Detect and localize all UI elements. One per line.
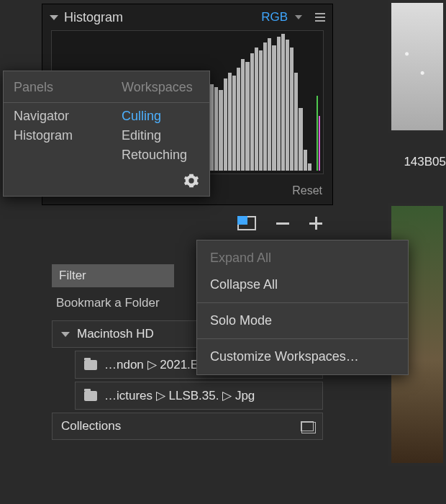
volume-label: Macintosh HD: [77, 327, 154, 341]
histogram-bar: [294, 73, 298, 171]
histogram-bar: [277, 37, 281, 171]
histogram-reset-button[interactable]: Reset: [292, 184, 322, 197]
menu-item-expand-all: Expand All: [197, 245, 408, 271]
disclosure-triangle-icon[interactable]: [50, 15, 58, 20]
histogram-bar: [232, 76, 236, 171]
workspace-item-editing[interactable]: Editing: [122, 128, 187, 143]
histogram-bar: [219, 90, 222, 171]
histogram-bar: [272, 45, 276, 171]
menu-item-collapse-all[interactable]: Collapse All: [197, 271, 408, 298]
folder-path-label: …ictures ▷ LLSB.35. ▷ Jpg: [104, 388, 255, 403]
histogram-bar: [228, 73, 232, 171]
popover-header: Panels Workspaces: [4, 71, 209, 103]
collapse-all-icon[interactable]: [276, 222, 289, 225]
histogram-bar: [224, 78, 227, 171]
collections-label: Collections: [61, 419, 121, 433]
folder-row[interactable]: …ictures ▷ LLSB.35. ▷ Jpg: [75, 382, 323, 410]
histogram-bar: [286, 40, 289, 171]
magenta-clip-indicator: [319, 116, 320, 171]
menu-item-customize-workspaces[interactable]: Customize Workspaces…: [197, 343, 408, 370]
collections-row[interactable]: Collections: [52, 413, 323, 440]
histogram-bar: [250, 53, 254, 171]
gear-icon[interactable]: [183, 173, 199, 189]
panel-item-histogram[interactable]: Histogram: [14, 128, 101, 143]
header-panels: Panels: [4, 71, 112, 102]
expand-all-icon[interactable]: [309, 217, 322, 230]
stack-icon[interactable]: [301, 421, 314, 431]
thumbnail-1[interactable]: [388, 0, 446, 133]
folder-toolbar: [237, 216, 322, 230]
histogram-bar: [214, 87, 218, 171]
panel-context-menu: Expand AllCollapse AllSolo ModeCustomize…: [196, 240, 409, 375]
histogram-bar: [268, 38, 271, 171]
menu-separator: [197, 338, 408, 339]
thumbnail-1-label: 143B05: [404, 155, 446, 169]
panels-column: NavigatorHistogram: [4, 103, 112, 173]
workspace-item-retouching[interactable]: Retouching: [122, 148, 187, 163]
histogram-bar: [304, 150, 307, 171]
workspace-item-culling[interactable]: Culling: [122, 109, 187, 124]
panel-menu-icon[interactable]: [315, 13, 325, 22]
histogram-bar: [245, 62, 249, 171]
histogram-bar: [308, 163, 311, 171]
histogram-title: Histogram: [64, 10, 255, 25]
histogram-bar: [237, 68, 240, 171]
histogram-header: Histogram RGB: [42, 4, 332, 30]
panels-workspaces-popover: Panels Workspaces NavigatorHistogram Cul…: [3, 71, 210, 197]
histogram-bar: [259, 50, 263, 171]
histogram-bar: [210, 84, 214, 171]
green-clip-indicator: [317, 96, 318, 171]
header-workspaces: Workspaces: [112, 71, 201, 102]
folder-icon: [84, 391, 97, 401]
chevron-down-icon[interactable]: [295, 15, 302, 19]
histogram-bar: [299, 108, 302, 171]
menu-item-solo-mode[interactable]: Solo Mode: [197, 307, 408, 334]
histogram-bar: [255, 48, 258, 171]
histogram-bar: [241, 59, 245, 171]
histogram-bar: [263, 42, 267, 171]
histogram-bar: [281, 34, 285, 171]
menu-separator: [197, 302, 408, 303]
histogram-bar: [290, 48, 293, 171]
panel-item-navigator[interactable]: Navigator: [14, 109, 101, 124]
folder-icon: [84, 360, 97, 370]
disclosure-triangle-icon[interactable]: [61, 332, 70, 337]
window-layout-icon[interactable]: [237, 216, 256, 230]
histogram-mode-select[interactable]: RGB: [261, 10, 288, 24]
filter-input[interactable]: Filter: [52, 264, 174, 287]
workspaces-column: CullingEditingRetouching: [112, 103, 197, 173]
